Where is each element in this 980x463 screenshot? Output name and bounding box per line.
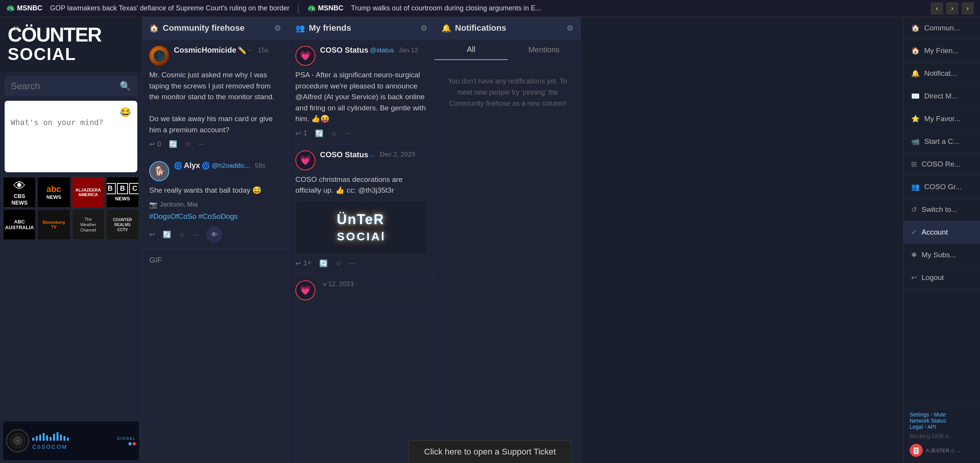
news-grid: 👁 CBSNEWS abc NEWS ALJAZEERAAMERICA [3, 177, 139, 240]
reply-button[interactable]: ↩ 0 [149, 140, 161, 148]
right-menu-account[interactable]: ✓ Account [903, 221, 980, 244]
reply-button-coso-1[interactable]: ↩ 1 [295, 129, 307, 138]
gear-icon: ✱ [911, 251, 917, 259]
post-coso-status-2: 💗 COSO Status ... Dec 2, 2023 COSO chris… [288, 144, 434, 274]
notifications-header: 🔔 Notifications ⚙ [435, 17, 580, 40]
my-friends-settings-button[interactable]: ⚙ [420, 23, 427, 33]
community-firehose-body: 🌑 CosmicHomicide ✏️ ··· 15s Mr. Cosmic j… [142, 40, 288, 463]
vinyl-disc: ● [6, 429, 29, 452]
post-hashtags: #DogsOfCoSo #CoSoDogs [149, 211, 281, 222]
right-menu-switch[interactable]: ↺ Switch to... [903, 198, 980, 221]
ticker-prev-button[interactable]: ‹ [931, 2, 943, 15]
right-menu-subscriptions[interactable]: ✱ My Subs... [903, 244, 980, 266]
favorite-button-coso-2[interactable]: ☆ [335, 259, 342, 268]
right-menu-notifications[interactable]: 🔔 Notificat... [903, 62, 980, 85]
mail-icon: ✉️ [911, 92, 920, 100]
news-tile-counterrealms[interactable]: COUNTERREALMSCCTV [106, 209, 139, 240]
msnbc-logo-2: 🦚 MSNBC [307, 4, 343, 13]
group-icon: 👥 [911, 183, 920, 191]
aljazeera-label: ALJAZEERAAMERICA [75, 188, 101, 197]
post-author-coso-1: COSO Status [320, 46, 368, 55]
more-button[interactable]: ··· [199, 140, 205, 148]
right-menu-coso-groups[interactable]: 👥 COSO Gr... [903, 176, 980, 198]
post-author-alyx: Alyx [184, 161, 200, 170]
sidebar: C✕ÖUnTeR SOCIAL 🔍 😂 👁 CBSNEWS abc [0, 17, 142, 463]
right-footer: Settings • Mute Network Status Legal • A… [903, 405, 980, 463]
search-bar[interactable]: 🔍 [5, 76, 137, 96]
network-status-link[interactable]: Network Status [910, 418, 946, 424]
legal-link[interactable]: Legal [910, 424, 923, 430]
coso-image-preview: ÜnTeR SOCIAl [295, 201, 427, 255]
reply-button-coso-2[interactable]: ↩ 1+ [295, 259, 312, 268]
start-call-label: Start a C... [924, 137, 959, 146]
post-actions-alyx: ↩ 🔄 ☆ ··· 👁 [149, 227, 281, 243]
right-menu-coso-realms[interactable]: ⊞ COSO Re... [903, 153, 980, 176]
boost-button-alyx[interactable]: 🔄 [163, 230, 171, 239]
account-label: Account [922, 228, 948, 236]
ticker-close-button[interactable]: › [962, 2, 974, 15]
compose-area: 😂 [5, 101, 137, 172]
post-partial: 💗 v 12, 2023 [288, 274, 434, 311]
more-button-coso-2[interactable]: ··· [349, 259, 355, 267]
settings-link[interactable]: Settings [910, 411, 929, 418]
favorite-button-coso-1[interactable]: ☆ [331, 129, 337, 138]
post-actions-cosmichomicide: ↩ 0 🔄 ☆ ··· [149, 140, 281, 148]
eye-button[interactable]: 👁 [206, 227, 222, 243]
news-tile-weather-channel[interactable]: TheWeatherChannel [72, 209, 105, 240]
post-content-coso-2: COSO christmas decorations are officiall… [295, 174, 427, 196]
gif-button[interactable]: GIF [149, 256, 162, 265]
tab-all[interactable]: All [435, 40, 508, 60]
ticker-text-1: GOP lawmakers back Texas' defiance of Su… [50, 4, 290, 12]
favorite-button[interactable]: ☆ [185, 140, 191, 148]
right-menu-logout[interactable]: ↩ Logout [903, 266, 980, 289]
right-menu-favorites[interactable]: ⭐ My Favor... [903, 108, 980, 130]
alyx-badge-right: 🌀 [202, 162, 210, 170]
ticker-next-button[interactable]: › [946, 2, 958, 15]
community-firehose-title: Community firehose [163, 23, 270, 33]
direct-messages-label: Direct M... [924, 92, 958, 100]
post-cosmichomicide: 🌑 CosmicHomicide ✏️ ··· 15s Mr. Cosmic j… [142, 40, 288, 155]
news-tile-cbs[interactable]: 👁 CBSNEWS [3, 177, 36, 208]
peacock-icon-2: 🦚 [307, 4, 316, 13]
boost-button[interactable]: 🔄 [169, 140, 177, 148]
search-icon[interactable]: 🔍 [120, 81, 131, 92]
reply-button-alyx[interactable]: ↩ [149, 230, 155, 239]
ticker-divider: | [297, 3, 300, 14]
video-icon: 📹 [911, 137, 920, 146]
post-actions-coso-1: ↩ 1 🔄 ☆ ··· [295, 129, 427, 138]
news-tile-abcau[interactable]: ABCAUSTRALIA [3, 209, 36, 240]
community-firehose-settings-button[interactable]: ⚙ [274, 23, 281, 33]
community-firehose-header: 🏠 Community firehose ⚙ [142, 17, 288, 40]
right-menu-community[interactable]: 🏠 Commun... [903, 17, 980, 40]
right-menu-friends[interactable]: 🏠 My Frien... [903, 40, 980, 62]
cosocom-label: CöSOCOM [32, 444, 68, 450]
news-tile-aljazeera[interactable]: ALJAZEERAAMERICA [72, 177, 105, 208]
my-friends-column: 👥 My friends ⚙ 💗 COSO Status @status [288, 17, 435, 463]
support-ticket-banner[interactable]: Click here to open a Support Ticket [408, 440, 572, 463]
post-meta-alyx: 🌀 Alyx 🌀 @h2oaddic... 58s [174, 161, 281, 170]
api-link[interactable]: API [927, 424, 936, 430]
post-handle-coso-1: @status [370, 47, 394, 54]
news-tile-abc[interactable]: abc NEWS [37, 177, 70, 208]
boost-button-coso-2[interactable]: 🔄 [319, 259, 328, 268]
boost-button-coso-1[interactable]: 🔄 [315, 129, 323, 138]
search-input[interactable] [11, 81, 115, 92]
post-meta-3: v 12, 2023 [320, 280, 427, 288]
post-time-coso-1: Jan 12 [398, 47, 418, 54]
blocking-info: Blocking 100K p... [910, 433, 974, 439]
right-menu-start-call[interactable]: 📹 Start a C... [903, 130, 980, 153]
avatar-coso-status-2: 💗 [295, 150, 315, 170]
more-button-coso-1[interactable]: ··· [345, 129, 351, 137]
right-menu-direct-messages[interactable]: ✉️ Direct M... [903, 85, 980, 108]
tab-mentions[interactable]: Mentions [508, 40, 581, 60]
jester-label: A JESTER ◇ ... [926, 448, 960, 453]
mute-link[interactable]: Mute [934, 411, 946, 418]
news-tile-bloomberg[interactable]: BloombergTV [37, 209, 70, 240]
notifications-settings-button[interactable]: ⚙ [567, 23, 573, 33]
post-time: 15s [258, 47, 268, 54]
news-tile-bbc[interactable]: B B C NEWS [106, 177, 139, 208]
more-button-alyx[interactable]: ··· [193, 231, 198, 239]
compose-textarea[interactable] [11, 118, 131, 164]
notifications-column: 🔔 Notifications ⚙ All Mentions You don't… [435, 17, 581, 463]
favorite-button-alyx[interactable]: ☆ [179, 230, 185, 239]
